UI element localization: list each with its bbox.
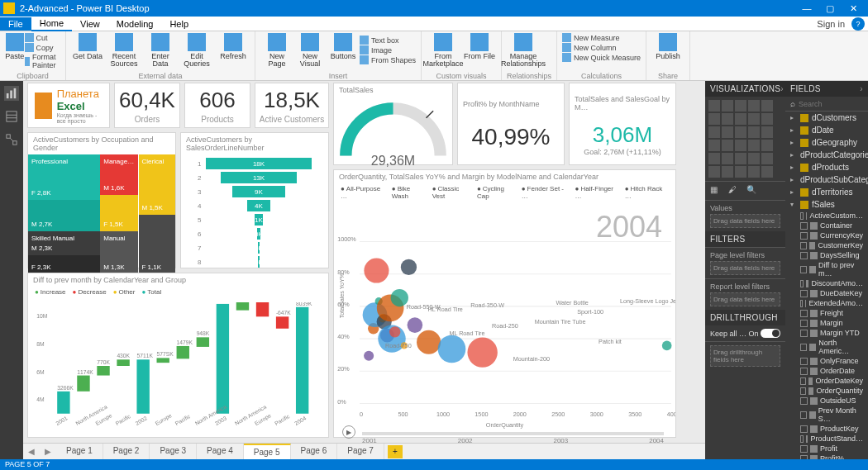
- close-button[interactable]: ✕: [842, 3, 865, 14]
- canvas[interactable]: ПланетаExcelКогда знаешь - все просто 60…: [23, 81, 705, 443]
- field-item[interactable]: OrderDateKey: [785, 376, 868, 386]
- viz-type-icon[interactable]: [748, 153, 760, 164]
- viz-type-icon[interactable]: [708, 100, 720, 112]
- field-item[interactable]: North Americ…: [785, 338, 868, 356]
- file-tab[interactable]: File: [0, 17, 31, 31]
- legend-item[interactable]: Hitch Rack …: [625, 185, 669, 200]
- play-button[interactable]: ▶: [342, 425, 355, 439]
- viz-type-icon[interactable]: [735, 153, 746, 164]
- field-item[interactable]: Freight: [785, 308, 868, 318]
- page-tab[interactable]: Page 7: [337, 444, 384, 459]
- viz-type-icon[interactable]: [761, 100, 773, 112]
- tab-next-icon[interactable]: ▶: [40, 447, 56, 456]
- drill-drop[interactable]: Drag drillthrough fields here: [710, 345, 780, 367]
- manage-rel-button[interactable]: Manage Relationships: [507, 33, 540, 68]
- field-item[interactable]: OrderDate: [785, 366, 868, 376]
- new-quick-measure-button[interactable]: New Quick Measure: [562, 53, 641, 62]
- maximize-button[interactable]: ▢: [818, 3, 842, 14]
- field-item[interactable]: OrderQuantity: [785, 386, 868, 396]
- format-painter-button[interactable]: Format Painter: [25, 53, 60, 69]
- report-filters-drop[interactable]: Drag data fields here: [710, 292, 780, 306]
- kpi-customers[interactable]: 18,5KActive Customers: [255, 83, 329, 128]
- funnel-row[interactable]: 118K: [198, 158, 312, 169]
- fields-search-input[interactable]: [799, 100, 856, 108]
- image-button[interactable]: Image: [360, 45, 416, 55]
- from-file-button[interactable]: From File: [463, 33, 496, 68]
- viz-type-icon[interactable]: [761, 153, 773, 164]
- funnel-row[interactable]: 80K: [198, 256, 312, 268]
- viz-type-icon[interactable]: [735, 166, 746, 178]
- treemap-cell[interactable]: Skilled ManualM 2,3K: [28, 231, 100, 255]
- viz-type-icon[interactable]: [748, 100, 760, 112]
- model-view-icon[interactable]: [4, 132, 19, 147]
- help-icon[interactable]: ?: [851, 17, 865, 31]
- paste-button[interactable]: Paste: [5, 33, 25, 70]
- legend-item[interactable]: Fender Set - …: [522, 185, 570, 200]
- kpi-goal[interactable]: TotalSales and SalesGoal by M… 3,06M Goa…: [569, 83, 676, 165]
- funnel-row[interactable]: 213K: [198, 172, 312, 183]
- legend-item[interactable]: Half-Finger …: [575, 185, 620, 200]
- signin-link[interactable]: Sign in: [810, 17, 851, 31]
- treemap-tile[interactable]: ActiveCustomers by Occupation and Gender…: [27, 132, 176, 268]
- funnel-tile[interactable]: ActiveCustomers by SalesOrderLineNumber …: [180, 132, 329, 268]
- keep-all-toggle[interactable]: [761, 329, 780, 338]
- treemap-cell[interactable]: ManualM 1,3K: [100, 231, 138, 274]
- new-measure-button[interactable]: New Measure: [562, 33, 641, 42]
- treemap-cell[interactable]: Manage…M 1,6K: [100, 154, 138, 195]
- enter-data-button[interactable]: Enter Data: [144, 33, 177, 68]
- legend-item[interactable]: All-Purpose …: [341, 185, 387, 200]
- viz-type-icon[interactable]: [722, 126, 733, 138]
- field-item[interactable]: ProductKey: [785, 424, 868, 434]
- page-filters-drop[interactable]: Drag data fields here: [710, 261, 780, 275]
- treemap-cell[interactable]: M 2,7K: [28, 200, 100, 231]
- legend-item[interactable]: Bike Wash: [392, 185, 427, 200]
- recent-sources-button[interactable]: Recent Sources: [107, 33, 141, 68]
- collapse-viz-icon[interactable]: ›: [780, 84, 784, 93]
- viz-type-icon[interactable]: [735, 113, 746, 125]
- treemap-cell[interactable]: F 2,3K: [28, 255, 100, 274]
- viz-type-icon[interactable]: [748, 166, 760, 178]
- kpi-products[interactable]: 606Products: [184, 83, 250, 128]
- get-data-button[interactable]: Get Data: [71, 33, 104, 68]
- format-icon[interactable]: 🖌: [728, 185, 740, 197]
- table-fSales[interactable]: ▾fSales: [785, 198, 868, 211]
- table-dDate[interactable]: ▸dDate: [785, 124, 868, 136]
- field-item[interactable]: OutsideUS: [785, 396, 868, 406]
- treemap-cell[interactable]: ClericalM 1,5K: [139, 154, 176, 215]
- tab-home[interactable]: Home: [31, 17, 72, 31]
- treemap-cell[interactable]: F 1,5K: [100, 195, 138, 231]
- viz-type-icon[interactable]: [748, 113, 760, 125]
- tab-view[interactable]: View: [72, 17, 108, 31]
- funnel-row[interactable]: 51K: [198, 214, 312, 226]
- marketplace-button[interactable]: From Marketplace: [427, 33, 460, 68]
- treemap-cell[interactable]: ProfessionalF 2,8K: [28, 154, 100, 200]
- viz-type-icon[interactable]: [735, 100, 746, 112]
- legend-item[interactable]: Cycling Cap: [477, 185, 517, 200]
- edit-queries-button[interactable]: Edit Queries: [180, 33, 213, 68]
- funnel-row[interactable]: 70K: [198, 242, 312, 254]
- table-dGeography[interactable]: ▸dGeography: [785, 136, 868, 149]
- viz-type-icon[interactable]: [722, 153, 733, 164]
- viz-type-icon[interactable]: [722, 166, 733, 178]
- timeline-slider[interactable]: 2001200220032004: [362, 432, 664, 435]
- viz-type-icon[interactable]: [761, 126, 773, 138]
- table-dProductCategories[interactable]: ▸dProductCategories: [785, 149, 868, 161]
- analytics-icon[interactable]: 🔍: [746, 185, 758, 197]
- field-item[interactable]: DueDateKey: [785, 288, 868, 298]
- page-tab[interactable]: Page 6: [291, 444, 338, 459]
- new-visual-button[interactable]: New Visual: [293, 33, 327, 68]
- table-dProducts[interactable]: ▸dProducts: [785, 161, 868, 173]
- field-item[interactable]: CurrencyKey: [785, 230, 868, 240]
- table-dCustomers[interactable]: ▸dCustomers: [785, 112, 868, 124]
- kpi-profit[interactable]: Profit% by MonthName 40,99%: [457, 83, 565, 165]
- collapse-fields-icon[interactable]: ›: [860, 84, 863, 93]
- cut-button[interactable]: Cut: [25, 33, 60, 42]
- page-tab[interactable]: Page 4: [197, 444, 244, 459]
- viz-type-icon[interactable]: [708, 126, 720, 138]
- table-dProductSubCateg…[interactable]: ▸dProductSubCateg…: [785, 173, 868, 186]
- field-item[interactable]: DaysSelling: [785, 250, 868, 260]
- field-item[interactable]: Profit%: [785, 453, 868, 459]
- waterfall-tile[interactable]: Diff to prev month by CalendarYear and G…: [27, 273, 329, 438]
- viz-type-icon[interactable]: [708, 153, 720, 164]
- kpi-orders[interactable]: 60,4KOrders: [114, 83, 180, 128]
